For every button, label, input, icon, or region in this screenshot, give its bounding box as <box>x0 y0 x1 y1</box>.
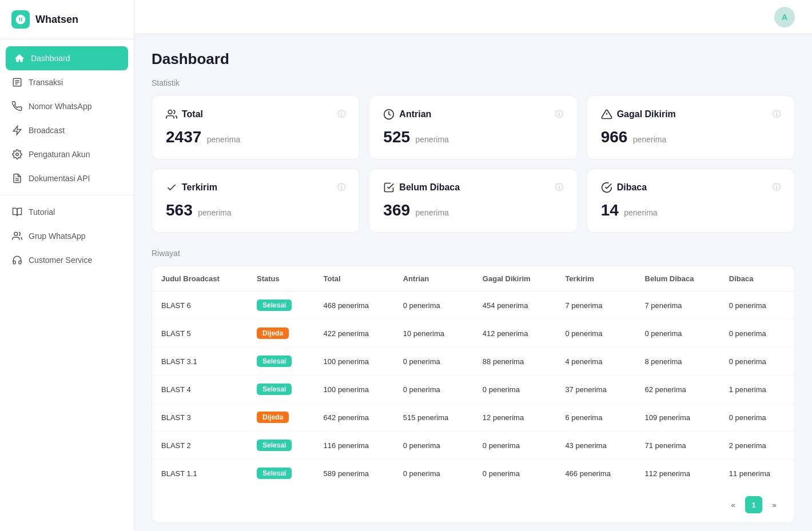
cell-status: Selesai <box>248 376 315 404</box>
sidebar-item-grup-whatsapp[interactable]: Grup WhatsApp <box>0 224 134 248</box>
users-icon <box>11 230 23 242</box>
cell-dibaca: 1 penerima <box>720 376 794 404</box>
col-belum: Belum Dibaca <box>636 266 720 292</box>
col-total: Total <box>315 266 394 292</box>
cell-antrian: 0 penerima <box>394 460 473 488</box>
col-terkirim: Terkirim <box>556 266 635 292</box>
logo: Whatsen <box>0 0 134 39</box>
cell-status: Selesai <box>248 292 315 320</box>
table-row: BLAST 5 Dijeda 422 penerima 10 penerima … <box>152 320 794 348</box>
stat-dibaca: Dibaca ⓘ 14 penerima <box>587 169 795 233</box>
cell-total: 642 penerima <box>315 404 394 432</box>
table-row: BLAST 3 Dijeda 642 penerima 515 penerima… <box>152 404 794 432</box>
svg-point-8 <box>168 110 172 114</box>
status-badge: Selesai <box>257 384 292 395</box>
cell-terkirim: 4 penerima <box>556 348 635 376</box>
antrian-info-icon[interactable]: ⓘ <box>555 109 563 119</box>
gear-icon <box>11 149 23 160</box>
svg-point-7 <box>14 232 18 235</box>
bolt-icon <box>11 125 23 136</box>
cell-gagal: 0 penerima <box>473 432 556 460</box>
stat-gagal-dikirim: Gagal Dikirim ⓘ 966 penerima <box>587 95 795 159</box>
terkirim-info-icon[interactable]: ⓘ <box>337 182 345 193</box>
svg-point-4 <box>16 153 19 156</box>
cell-total: 100 penerima <box>315 376 394 404</box>
gagal-info-icon[interactable]: ⓘ <box>773 109 781 119</box>
sidebar-item-dashboard[interactable]: Dashboard <box>6 46 128 70</box>
cell-judul: BLAST 6 <box>152 292 248 320</box>
cell-status: Selesai <box>248 432 315 460</box>
avatar[interactable]: A <box>774 7 795 27</box>
current-page-btn[interactable]: 1 <box>745 496 762 513</box>
dibaca-info-icon[interactable]: ⓘ <box>773 182 781 193</box>
sidebar-item-transaksi[interactable]: Transaksi <box>0 70 134 94</box>
cell-judul: BLAST 3 <box>152 404 248 432</box>
app-name: Whatsen <box>35 14 78 26</box>
col-antrian: Antrian <box>394 266 473 292</box>
cell-dibaca: 2 penerima <box>720 432 794 460</box>
clock-icon <box>383 109 395 120</box>
cell-belum: 0 penerima <box>636 320 720 348</box>
cell-terkirim: 43 penerima <box>556 432 635 460</box>
table-row: BLAST 1.1 Selesai 589 penerima 0 penerim… <box>152 460 794 488</box>
col-judul: Judul Broadcast <box>152 266 248 292</box>
belum-info-icon[interactable]: ⓘ <box>555 182 563 193</box>
table-row: BLAST 4 Selesai 100 penerima 0 penerima … <box>152 376 794 404</box>
sidebar-item-tutorial[interactable]: Tutorial <box>0 200 134 224</box>
nav: Dashboard Transaksi Nomor WhatsApp Broad… <box>0 39 134 279</box>
cell-belum: 112 penerima <box>636 460 720 488</box>
prev-page-btn[interactable]: « <box>725 496 742 513</box>
status-badge: Dijeda <box>257 412 289 423</box>
people-icon <box>166 109 177 120</box>
total-info-icon[interactable]: ⓘ <box>337 109 345 119</box>
cell-antrian: 10 penerima <box>394 320 473 348</box>
col-status: Status <box>248 266 315 292</box>
cell-dibaca: 0 penerima <box>720 292 794 320</box>
next-page-btn[interactable]: » <box>766 496 783 513</box>
cell-total: 100 penerima <box>315 348 394 376</box>
cell-terkirim: 466 penerima <box>556 460 635 488</box>
cell-total: 116 penerima <box>315 432 394 460</box>
cell-status: Dijeda <box>248 320 315 348</box>
list-icon <box>11 77 23 88</box>
cell-belum: 8 penerima <box>636 348 720 376</box>
status-badge: Selesai <box>257 356 292 367</box>
sidebar-item-broadcast[interactable]: Broadcast <box>0 118 134 142</box>
cell-belum: 7 penerima <box>636 292 720 320</box>
statistik-label: Statistik <box>152 78 795 87</box>
warning-icon <box>601 109 612 120</box>
headset-icon <box>11 254 23 266</box>
cell-terkirim: 7 penerima <box>556 292 635 320</box>
cell-dibaca: 0 penerima <box>720 320 794 348</box>
sidebar-item-nomor-whatsapp[interactable]: Nomor WhatsApp <box>0 94 134 118</box>
cell-judul: BLAST 5 <box>152 320 248 348</box>
riwayat-table-container: Judul Broadcast Status Total Antrian Gag… <box>152 266 795 523</box>
status-badge: Dijeda <box>257 328 289 339</box>
status-badge: Selesai <box>257 440 292 451</box>
check-icon <box>166 182 177 193</box>
sidebar-item-customer-service[interactable]: Customer Service <box>0 248 134 272</box>
riwayat-table: Judul Broadcast Status Total Antrian Gag… <box>152 266 794 487</box>
cell-total: 468 penerima <box>315 292 394 320</box>
cell-terkirim: 37 penerima <box>556 376 635 404</box>
cell-belum: 109 penerima <box>636 404 720 432</box>
stats-grid: Total ⓘ 2437 penerima Antrian ⓘ <box>152 95 795 233</box>
cell-antrian: 0 penerima <box>394 432 473 460</box>
cell-gagal: 88 penerima <box>473 348 556 376</box>
cell-judul: BLAST 3.1 <box>152 348 248 376</box>
sidebar-item-dokumentasi-api[interactable]: Dokumentasi API <box>0 166 134 190</box>
stat-terkirim: Terkirim ⓘ 563 penerima <box>152 169 360 233</box>
stat-total: Total ⓘ 2437 penerima <box>152 95 360 159</box>
phone-icon <box>11 101 23 112</box>
table-row: BLAST 2 Selesai 116 penerima 0 penerima … <box>152 432 794 460</box>
cell-dibaca: 11 penerima <box>720 460 794 488</box>
cell-judul: BLAST 2 <box>152 432 248 460</box>
col-gagal: Gagal Dikirim <box>473 266 556 292</box>
cell-belum: 71 penerima <box>636 432 720 460</box>
book-icon <box>11 206 23 218</box>
logo-icon <box>11 10 30 29</box>
sidebar-item-pengaturan-akun[interactable]: Pengaturan Akun <box>0 142 134 166</box>
topbar: A <box>134 0 812 34</box>
cell-terkirim: 0 penerima <box>556 320 635 348</box>
riwayat-label: Riwayat <box>152 249 795 258</box>
